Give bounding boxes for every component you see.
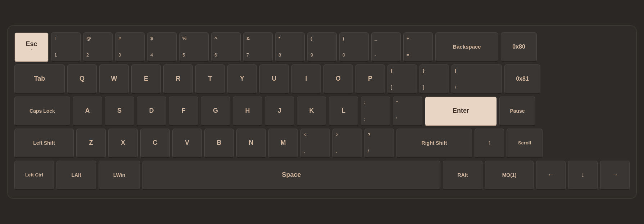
key-minus[interactable]: _ - <box>371 32 401 62</box>
key-p[interactable]: P <box>355 64 385 94</box>
key-v[interactable]: V <box>172 129 202 158</box>
key-lshift[interactable]: Left Shift <box>14 129 74 158</box>
key-1[interactable]: ! 1 <box>51 32 81 62</box>
key-pause[interactable]: Pause <box>499 97 535 126</box>
key-right[interactable]: → <box>600 161 630 190</box>
key-left[interactable]: ← <box>536 161 566 190</box>
key-ralt[interactable]: RAlt <box>443 161 482 190</box>
key-m[interactable]: M <box>268 129 298 158</box>
key-semicolon[interactable]: : ; <box>361 97 390 126</box>
row-qwerty: Tab Q W E R T Y U I O P { [ } ] | \ 0x81 <box>14 64 630 94</box>
key-h[interactable]: H <box>233 97 262 126</box>
key-t[interactable]: T <box>195 64 225 94</box>
key-mo1[interactable]: MO(1) <box>485 161 534 190</box>
key-esc[interactable]: Esc ` <box>14 32 49 62</box>
key-slash[interactable]: ? / <box>364 129 394 158</box>
key-6[interactable]: ^ 6 <box>211 32 241 62</box>
key-lwin[interactable]: LWin <box>99 161 140 190</box>
key-backslash[interactable]: | \ <box>452 64 502 94</box>
key-i[interactable]: I <box>291 64 321 94</box>
key-lctrl[interactable]: Left Ctrl <box>14 161 54 190</box>
key-j[interactable]: J <box>265 97 294 126</box>
key-capslock[interactable]: Caps Lock <box>14 97 70 126</box>
key-o[interactable]: O <box>323 64 353 94</box>
key-hex81[interactable]: 0x81 <box>504 64 540 94</box>
key-g[interactable]: G <box>201 97 230 126</box>
key-up[interactable]: ↑ <box>475 129 504 158</box>
key-k[interactable]: K <box>297 97 326 126</box>
key-y[interactable]: Y <box>227 64 257 94</box>
key-2[interactable]: @ 2 <box>83 32 113 62</box>
key-0[interactable]: ) 0 <box>339 32 369 62</box>
key-x[interactable]: X <box>108 129 138 158</box>
row-zxcv: Left Shift Z X C V B N M < , > . ? / Rig… <box>14 129 630 158</box>
key-equal[interactable]: + = <box>403 32 433 62</box>
key-c[interactable]: C <box>140 129 170 158</box>
key-8[interactable]: * 8 <box>275 32 305 62</box>
key-rbracket[interactable]: } ] <box>419 64 449 94</box>
key-hex80[interactable]: 0x80 <box>501 32 537 62</box>
keyboard: Esc ` ! 1 @ 2 # 3 $ 4 % 5 ^ 6 & 7 <box>7 25 637 199</box>
key-n[interactable]: N <box>236 129 266 158</box>
row-numbers: Esc ` ! 1 @ 2 # 3 $ 4 % 5 ^ 6 & 7 <box>14 32 630 62</box>
key-3[interactable]: # 3 <box>115 32 145 62</box>
key-a[interactable]: A <box>73 97 102 126</box>
row-asdf: Caps Lock A S D F G H J K L : ; " ' Ente… <box>14 97 630 126</box>
key-comma[interactable]: < , <box>300 129 330 158</box>
key-u[interactable]: U <box>259 64 289 94</box>
key-lbracket[interactable]: { [ <box>387 64 417 94</box>
key-f[interactable]: F <box>169 97 198 126</box>
key-period[interactable]: > . <box>332 129 362 158</box>
key-backspace[interactable]: Backspace <box>435 32 498 62</box>
key-scroll[interactable]: Scroll <box>507 129 543 158</box>
key-tab[interactable]: Tab <box>14 64 65 94</box>
key-r[interactable]: R <box>163 64 193 94</box>
key-e[interactable]: E <box>131 64 161 94</box>
key-b[interactable]: B <box>204 129 234 158</box>
key-4[interactable]: $ 4 <box>147 32 177 62</box>
key-lalt[interactable]: LAlt <box>56 161 96 190</box>
key-d[interactable]: D <box>137 97 166 126</box>
row-bottom: Left Ctrl LAlt LWin Space RAlt MO(1) ← ↓… <box>14 161 630 190</box>
key-w[interactable]: W <box>99 64 129 94</box>
key-9[interactable]: ( 9 <box>307 32 337 62</box>
key-space[interactable]: Space <box>142 161 440 190</box>
key-7[interactable]: & 7 <box>243 32 273 62</box>
key-rshift[interactable]: Right Shift <box>396 129 472 158</box>
key-q[interactable]: Q <box>67 64 97 94</box>
key-s[interactable]: S <box>105 97 134 126</box>
key-z[interactable]: Z <box>76 129 106 158</box>
key-5[interactable]: % 5 <box>179 32 209 62</box>
key-enter[interactable]: Enter <box>425 97 497 126</box>
key-quote[interactable]: " ' <box>393 97 422 126</box>
key-l[interactable]: L <box>329 97 358 126</box>
key-down[interactable]: ↓ <box>568 161 598 190</box>
